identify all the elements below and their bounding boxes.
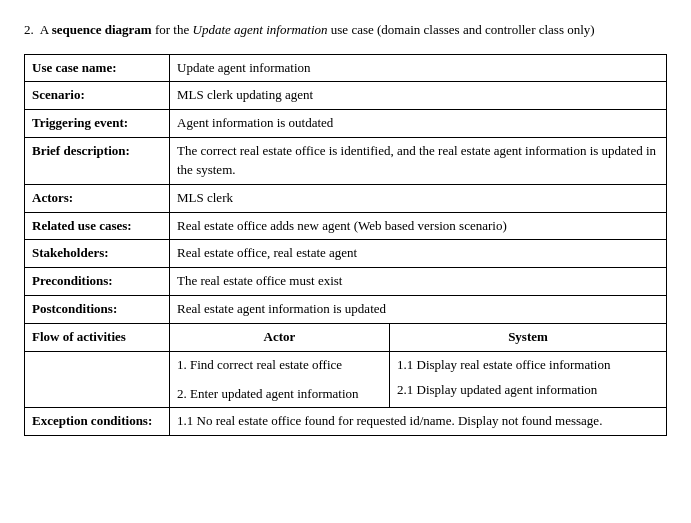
table-row: Preconditions: The real estate office mu… [25, 268, 667, 296]
label-triggering-event: Triggering event: [25, 110, 170, 138]
table-row: Scenario: MLS clerk updating agent [25, 82, 667, 110]
header-suffix: use case (domain classes and controller … [331, 22, 595, 37]
table-row: Actors: MLS clerk [25, 184, 667, 212]
label-postconditions: Postconditions: [25, 296, 170, 324]
flow-actor-content: 1. Find correct real estate office 2. En… [170, 351, 390, 408]
flow-content-row: 1. Find correct real estate office 2. En… [25, 351, 667, 408]
exception-row: Exception conditions: 1.1 No real estate… [25, 408, 667, 436]
flow-actor-item-1: 1. Find correct real estate office [177, 356, 382, 375]
header-prefix: A [40, 22, 49, 37]
value-preconditions: The real estate office must exist [170, 268, 667, 296]
label-brief-description: Brief description: [25, 138, 170, 185]
section-number: 2. [24, 20, 34, 40]
value-scenario: MLS clerk updating agent [170, 82, 667, 110]
flow-system-content: 1.1 Display real estate office informati… [390, 351, 667, 408]
flow-empty-cell [25, 351, 170, 408]
section-title: A sequence diagram for the Update agent … [40, 20, 595, 40]
flow-system-item-1: 1.1 Display real estate office informati… [397, 356, 659, 375]
section-header: 2. A sequence diagram for the Update age… [24, 20, 667, 40]
value-stakeholders: Real estate office, real estate agent [170, 240, 667, 268]
header-bold1: sequence diagram [52, 22, 152, 37]
value-actors: MLS clerk [170, 184, 667, 212]
flow-actor-item-2: 2. Enter updated agent information [177, 385, 382, 404]
label-flow-activities: Flow of activities [25, 323, 170, 351]
flow-system-header: System [390, 323, 667, 351]
flow-system-item-2: 2.1 Display updated agent information [397, 381, 659, 400]
label-stakeholders: Stakeholders: [25, 240, 170, 268]
table-row: Triggering event: Agent information is o… [25, 110, 667, 138]
label-use-case-name: Use case name: [25, 54, 170, 82]
table-row: Stakeholders: Real estate office, real e… [25, 240, 667, 268]
value-use-case-name: Update agent information [170, 54, 667, 82]
label-scenario: Scenario: [25, 82, 170, 110]
table-row: Postconditions: Real estate agent inform… [25, 296, 667, 324]
label-related-use-cases: Related use cases: [25, 212, 170, 240]
value-related-use-cases: Real estate office adds new agent (Web b… [170, 212, 667, 240]
value-triggering-event: Agent information is outdated [170, 110, 667, 138]
header-italic1: Update agent information [193, 22, 328, 37]
label-actors: Actors: [25, 184, 170, 212]
table-row: Use case name: Update agent information [25, 54, 667, 82]
table-row: Related use cases: Real estate office ad… [25, 212, 667, 240]
table-row: Brief description: The correct real esta… [25, 138, 667, 185]
flow-actor-header: Actor [170, 323, 390, 351]
value-exception: 1.1 No real estate office found for requ… [170, 408, 667, 436]
flow-header-row: Flow of activities Actor System [25, 323, 667, 351]
value-brief-description: The correct real estate office is identi… [170, 138, 667, 185]
label-preconditions: Preconditions: [25, 268, 170, 296]
header-middle: for the [155, 22, 189, 37]
use-case-table: Use case name: Update agent information … [24, 54, 667, 437]
label-exception: Exception conditions: [25, 408, 170, 436]
value-postconditions: Real estate agent information is updated [170, 296, 667, 324]
